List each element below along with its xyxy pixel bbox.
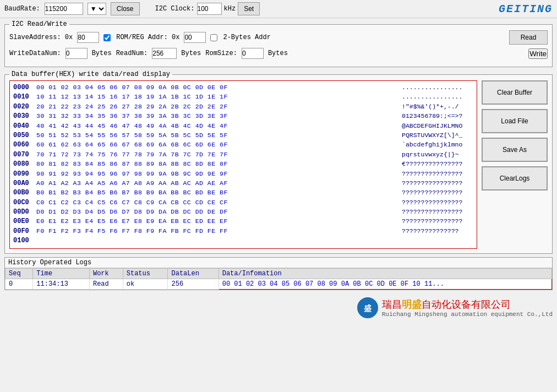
hex-row: 001010 11 12 13 14 15 16 17 18 19 1A 1B … — [13, 92, 473, 102]
save-as-button[interactable]: Save As — [482, 138, 548, 162]
company-logo: 盛 瑞昌明盛自动化设备有限公司 Ruichang Mingsheng autom… — [357, 297, 553, 319]
hex-bytes: B0 B1 B2 B3 B4 B5 B6 B7 B8 B9 BA BB BC B… — [36, 188, 398, 198]
col-time-header: Time — [33, 268, 90, 279]
hex-bytes: E0 E1 E2 E3 E4 E5 E6 E7 E8 E9 EA EB EC E… — [36, 217, 398, 226]
read-num-input[interactable] — [152, 48, 177, 59]
hex-row: 0100 — [13, 236, 473, 246]
clear-logs-button[interactable]: ClearLogs — [482, 166, 548, 190]
hex-ascii: ??????????????? — [402, 227, 473, 236]
data-buffer-legend: Data buffer(HEX) write data/read display — [9, 70, 172, 78]
hex-ascii: ???????????????? — [402, 208, 473, 217]
hex-row: 00C0C0 C1 C2 C3 C4 C5 C6 C7 C8 C9 CA CB … — [13, 198, 473, 208]
hex-bytes: 00 01 02 03 04 05 06 07 08 09 0A 0B 0C 0… — [36, 83, 398, 92]
rom-size-input[interactable] — [242, 48, 264, 59]
hex-row: 00A0A0 A1 A2 A3 A4 A5 A6 A7 A8 A9 AA AB … — [13, 179, 473, 188]
clear-buffer-button[interactable]: Clear Buffer — [482, 80, 548, 105]
two-bytes-checkbox[interactable] — [210, 34, 217, 41]
rom-reg-label: ROM/REG Addr: 0x — [116, 34, 179, 41]
history-legend: History Operated Logs — [5, 258, 552, 268]
hex-addr: 00C0 — [13, 198, 33, 208]
col-seq: 0 — [6, 279, 33, 289]
hex-bytes: 80 81 82 83 84 85 86 87 88 89 8A 8B 8C 8… — [36, 160, 398, 169]
hex-row: 00F0F0 F1 F2 F3 F4 F5 F6 F7 F8 F9 FA FB … — [13, 227, 473, 236]
read-button[interactable]: Read — [509, 30, 548, 45]
hex-addr: 00E0 — [13, 217, 33, 226]
i2c-rw-legend: I2C Read/Write — [9, 20, 69, 28]
hex-bytes: F0 F1 F2 F3 F4 F5 F6 F7 F8 F9 FA FB FC F… — [36, 227, 398, 236]
write-data-input[interactable] — [65, 48, 88, 59]
rom-size-label: RomSize: — [205, 50, 237, 57]
rom-reg-input[interactable] — [184, 32, 206, 43]
data-buffer-section: 000000 01 02 03 04 05 06 07 08 09 0A 0B … — [9, 80, 548, 249]
col-status: ok — [123, 279, 168, 289]
hex-row: 00D0D0 D1 D2 D3 D4 D5 D6 D7 D8 D9 DA DB … — [13, 208, 473, 217]
hex-ascii: ................ — [402, 92, 473, 102]
two-bytes-label: 2-Bytes Addr — [223, 34, 270, 41]
hex-addr: 00B0 — [13, 188, 33, 198]
i2c-clock-input[interactable] — [197, 3, 222, 15]
baudrate-input[interactable] — [45, 3, 83, 15]
read-num-unit: Bytes — [181, 50, 201, 57]
write-data-unit: Bytes — [92, 50, 112, 57]
load-file-button[interactable]: Load File — [482, 109, 548, 133]
hex-ascii: ???????????????? — [402, 179, 473, 188]
hex-addr: 0050 — [13, 131, 33, 140]
svg-text:盛: 盛 — [363, 304, 372, 313]
i2c-rw-row1: SlaveAddress: 0x ROM/REG Addr: 0x 2-Byte… — [9, 30, 548, 45]
top-bar: BaudRate: ▼ Close I2C Clock: kHz Set GEI… — [0, 0, 557, 18]
table-row: 011:34:13Readok25600 01 02 03 04 05 06 0… — [6, 279, 552, 289]
hex-row: 005050 51 52 53 54 55 56 57 58 59 5A 5B … — [13, 131, 473, 140]
history-section: History Operated Logs Seq Time Work Stat… — [4, 257, 553, 290]
i2c-clock-section: I2C Clock: kHz Set — [155, 2, 260, 15]
hex-bytes: 70 71 72 73 74 75 76 77 78 79 7A 7B 7C 7… — [36, 150, 398, 160]
i2c-clock-unit: kHz — [224, 5, 236, 13]
col-data-header: Data/Infomation — [219, 268, 551, 279]
logo-area: GEITING — [499, 3, 553, 15]
hex-ascii: !"#$%&'()*+,-./ — [402, 102, 473, 112]
company-prefix: 瑞昌 — [382, 299, 402, 310]
hex-bytes: 20 21 22 23 24 25 26 27 28 29 2A 2B 2C 2… — [36, 102, 398, 112]
company-name-cn: 瑞昌明盛自动化设备有限公司 — [382, 299, 511, 310]
hex-addr: 0070 — [13, 150, 33, 160]
col-data: 00 01 02 03 04 05 06 07 08 09 0A 0B 0C 0… — [219, 279, 551, 289]
side-buttons: Clear Buffer Load File Save As ClearLogs — [482, 80, 548, 190]
hex-ascii: 0123456789:;<=>? — [402, 112, 473, 121]
i2c-clock-label: I2C Clock: — [155, 5, 195, 13]
hex-addr: 0060 — [13, 140, 33, 150]
hex-addr: 00D0 — [13, 208, 33, 217]
hex-row: 004040 41 42 43 44 45 46 47 48 49 4A 4B … — [13, 122, 473, 131]
company-suffix: 自动化设备有限公司 — [422, 299, 511, 310]
hex-ascii: ???????????????? — [402, 188, 473, 198]
hex-ascii: ???????????????? — [402, 217, 473, 226]
hex-addr: 0020 — [13, 102, 33, 112]
company-highlight: 明盛 — [402, 299, 422, 310]
logo-text: GEITING — [499, 3, 553, 15]
col-datalen: 256 — [168, 279, 219, 289]
baudrate-label: BaudRate: — [4, 5, 40, 13]
hex-row: 008080 81 82 83 84 85 86 87 88 89 8A 8B … — [13, 160, 473, 169]
company-name-en: Ruichang Mingsheng automation equipment … — [382, 311, 553, 318]
hex-bytes: D0 D1 D2 D3 D4 D5 D6 D7 D8 D9 DA DB DC D… — [36, 208, 398, 217]
close-button[interactable]: Close — [111, 2, 140, 15]
hex-ascii: ???????????????? — [402, 170, 473, 179]
hex-addr: 0040 — [13, 122, 33, 131]
hex-row: 00E0E0 E1 E2 E3 E4 E5 E6 E7 E8 E9 EA EB … — [13, 217, 473, 226]
hex-addr: 0080 — [13, 160, 33, 169]
read-write-buttons: Read — [509, 30, 548, 45]
hex-row: 00B0B0 B1 B2 B3 B4 B5 B6 B7 B8 B9 BA BB … — [13, 188, 473, 198]
hex-ascii: `abcdefghijklmno — [402, 140, 473, 150]
slave-addr-input[interactable] — [77, 32, 99, 43]
hex-row: 003030 31 32 33 34 35 36 37 38 39 3A 3B … — [13, 112, 473, 121]
hex-ascii: €??????????????? — [402, 160, 473, 169]
col-time: 11:34:13 — [33, 279, 90, 289]
hex-ascii: @ABCDEFGHIJKLMNO — [402, 122, 473, 131]
set-button[interactable]: Set — [238, 2, 260, 15]
baudrate-select[interactable]: ▼ — [88, 3, 106, 15]
rom-reg-checkbox[interactable] — [103, 34, 111, 41]
hex-bytes: 30 31 32 33 34 35 36 37 38 39 3A 3B 3C 3… — [36, 112, 398, 121]
hex-addr: 0030 — [13, 112, 33, 121]
company-icon: 盛 — [357, 297, 379, 319]
hex-addr: 00F0 — [13, 227, 33, 236]
history-header-row: Seq Time Work Status DataLen Data/Infoma… — [6, 268, 552, 279]
write-button[interactable]: Write — [528, 48, 548, 59]
